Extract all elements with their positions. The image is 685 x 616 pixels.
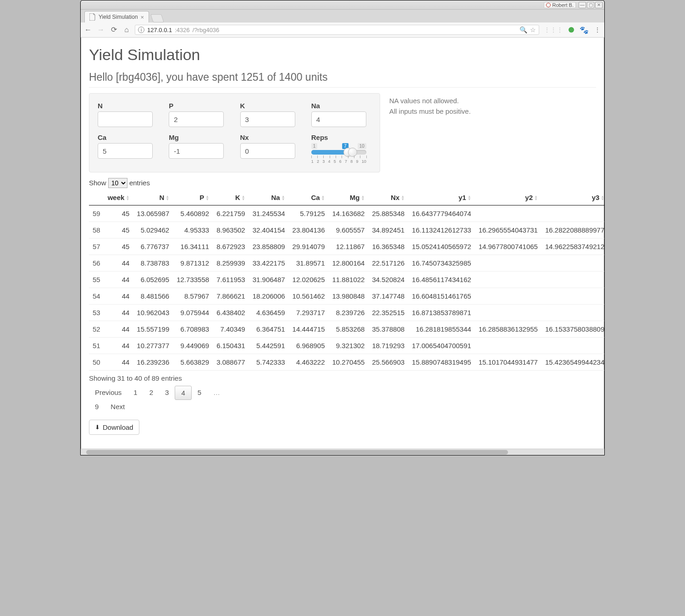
horizontal-scrollbar[interactable] bbox=[81, 449, 604, 455]
new-tab-button[interactable] bbox=[150, 14, 164, 22]
table-cell: 5.853268 bbox=[329, 321, 369, 338]
slider-tick-label: 1 bbox=[311, 159, 314, 164]
os-titlebar: Robert B. — ▢ ✕ bbox=[81, 0, 604, 10]
input-n[interactable] bbox=[98, 111, 153, 127]
column-header[interactable]: Mg▲▼ bbox=[329, 190, 369, 205]
reload-button[interactable]: ⟳ bbox=[110, 26, 117, 33]
column-header[interactable]: N▲▼ bbox=[133, 190, 173, 205]
tab-close-icon[interactable]: × bbox=[141, 14, 144, 21]
gnome-icon[interactable]: 🐾 bbox=[580, 26, 589, 34]
table-cell bbox=[475, 205, 541, 222]
sort-icon: ▲▼ bbox=[282, 195, 285, 201]
search-in-url-icon[interactable]: 🔍 bbox=[519, 26, 527, 33]
table-cell: 16.7450734325985 bbox=[408, 255, 475, 272]
pagination-previous[interactable]: Previous bbox=[89, 386, 127, 400]
label-reps: Reps bbox=[311, 133, 371, 141]
label-p: P bbox=[169, 102, 229, 110]
tab-favicon-icon bbox=[89, 13, 96, 21]
pagination-page[interactable]: 9 bbox=[89, 400, 105, 413]
home-button[interactable]: ⌂ bbox=[123, 26, 130, 33]
browser-menu-button[interactable]: ⋮ bbox=[594, 26, 601, 33]
browser-tab[interactable]: Yield Simulation × bbox=[84, 11, 149, 22]
table-cell bbox=[475, 338, 541, 354]
table-cell: 44 bbox=[104, 338, 133, 354]
column-header[interactable]: y3▲▼ bbox=[541, 190, 604, 205]
pagination-next[interactable]: Next bbox=[105, 400, 131, 413]
input-nx[interactable] bbox=[240, 143, 295, 159]
table-cell: 9.871312 bbox=[173, 255, 213, 272]
column-header[interactable]: week▲▼ bbox=[104, 190, 133, 205]
label-nx: Nx bbox=[240, 133, 300, 141]
table-cell: 31.89571 bbox=[289, 255, 329, 272]
table-row[interactable]: 57456.77673716.341118.67292323.85880929.… bbox=[89, 239, 604, 255]
column-header[interactable]: y2▲▼ bbox=[475, 190, 541, 205]
window-close-button[interactable]: ✕ bbox=[595, 2, 602, 8]
table-cell: 16.4856117434162 bbox=[408, 272, 475, 288]
table-cell: 16.2822088889977 bbox=[541, 222, 604, 239]
input-p[interactable] bbox=[169, 111, 224, 127]
table-cell: 55 bbox=[89, 272, 104, 288]
pagination-page[interactable]: 5 bbox=[192, 386, 207, 400]
table-row[interactable]: 56448.7387839.8713128.25993933.42217531.… bbox=[89, 255, 604, 272]
url-bar[interactable]: i 127.0.0.1:4326/?rbg4036 🔍 ☆ bbox=[135, 25, 539, 35]
pagination-page[interactable]: 4 bbox=[175, 386, 191, 400]
table-row[interactable]: 514410.2773779.4490696.1504315.4425916.9… bbox=[89, 338, 604, 354]
table-row[interactable]: 594513.0659875.4608926.22175931.2455345.… bbox=[89, 205, 604, 222]
sort-icon: ▲▼ bbox=[468, 195, 471, 201]
table-cell: 8.239726 bbox=[329, 305, 369, 321]
column-header[interactable]: y1▲▼ bbox=[408, 190, 475, 205]
table-cell: 6.221759 bbox=[213, 205, 249, 222]
pagination-page[interactable]: 2 bbox=[144, 386, 159, 400]
label-n: N bbox=[98, 102, 158, 110]
datatable-length-select[interactable]: 10 bbox=[108, 178, 127, 188]
back-button[interactable]: ← bbox=[84, 26, 92, 33]
table-row[interactable]: 55446.05269512.7335587.61195331.90648712… bbox=[89, 272, 604, 288]
column-header[interactable]: P▲▼ bbox=[173, 190, 213, 205]
results-table: week▲▼N▲▼P▲▼K▲▼Na▲▼Ca▲▼Mg▲▼Nx▲▼y1▲▼y2▲▼y… bbox=[89, 190, 604, 371]
reps-slider[interactable]: 1 7 10 12345678910 bbox=[311, 143, 366, 164]
download-button[interactable]: ⬇ Download bbox=[89, 420, 139, 435]
table-cell: 6.438402 bbox=[213, 305, 249, 321]
bookmark-icon[interactable]: ☆ bbox=[530, 26, 536, 33]
site-info-icon[interactable]: i bbox=[138, 27, 144, 33]
table-row[interactable]: 534410.9620439.0759446.4384024.6364597.2… bbox=[89, 305, 604, 321]
extension-status-icon[interactable] bbox=[569, 27, 574, 33]
scrollbar-thumb[interactable] bbox=[86, 450, 508, 455]
input-panel: N P K Na Ca Mg Nx Reps bbox=[89, 93, 380, 172]
table-row[interactable]: 504416.2392365.6638293.0886775.7423334.4… bbox=[89, 354, 604, 371]
table-row[interactable]: 524415.5571996.7089837.403496.36475114.4… bbox=[89, 321, 604, 338]
sort-icon: ▲▼ bbox=[242, 195, 245, 201]
table-cell bbox=[541, 255, 604, 272]
input-na[interactable] bbox=[311, 111, 366, 127]
column-header[interactable]: Na▲▼ bbox=[249, 190, 289, 205]
input-ca[interactable] bbox=[98, 143, 153, 159]
window-minimize-button[interactable]: — bbox=[579, 2, 586, 8]
table-cell: 15.1017044931477 bbox=[475, 354, 541, 371]
extension-icon[interactable]: ⋮⋮⋮ bbox=[544, 26, 563, 33]
window-maximize-button[interactable]: ▢ bbox=[587, 2, 594, 8]
table-cell: 15.8890748319495 bbox=[408, 354, 475, 371]
table-cell: 23.804136 bbox=[289, 222, 329, 239]
table-cell bbox=[541, 338, 604, 354]
input-k[interactable] bbox=[240, 111, 295, 127]
pagination-page[interactable]: 1 bbox=[127, 386, 143, 400]
os-user-badge[interactable]: Robert B. bbox=[544, 2, 576, 8]
validation-notes: NA values not allowed. All inputs must b… bbox=[389, 93, 471, 117]
url-host: 127.0.0.1 bbox=[147, 27, 172, 33]
table-cell: 37.147748 bbox=[368, 288, 408, 305]
column-header[interactable]: Nx▲▼ bbox=[368, 190, 408, 205]
input-mg[interactable] bbox=[169, 143, 224, 159]
forward-button[interactable]: → bbox=[97, 26, 105, 33]
table-cell: 22.352515 bbox=[368, 305, 408, 321]
sort-icon: ▲▼ bbox=[321, 195, 325, 201]
table-cell: 12.11867 bbox=[329, 239, 369, 255]
table-row[interactable]: 54448.4815668.579677.86662118.20600610.5… bbox=[89, 288, 604, 305]
table-row[interactable]: 58455.0294624.953338.96350232.40415423.8… bbox=[89, 222, 604, 239]
column-header[interactable]: K▲▼ bbox=[213, 190, 249, 205]
os-user-name: Robert B. bbox=[552, 2, 574, 8]
column-header[interactable]: Ca▲▼ bbox=[289, 190, 329, 205]
pagination-page[interactable]: 3 bbox=[159, 386, 175, 400]
table-cell: 15.0524140565972 bbox=[408, 239, 475, 255]
pagination: Previous12345…9Next bbox=[89, 386, 226, 413]
datatable-length: Show 10 entries bbox=[89, 178, 596, 188]
